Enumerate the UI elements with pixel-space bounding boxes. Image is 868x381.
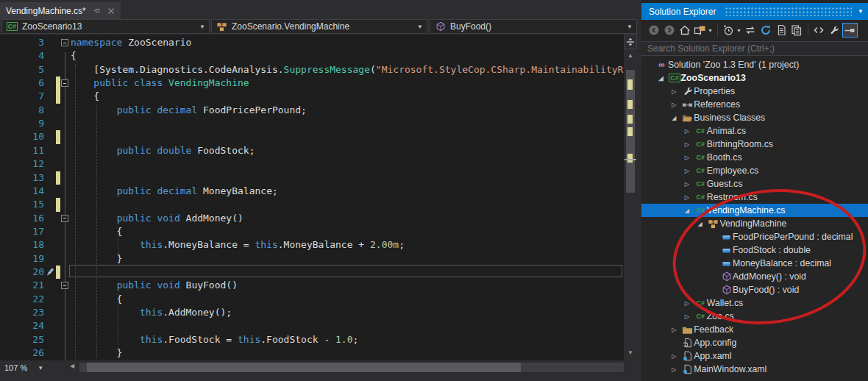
- refresh-icon[interactable]: [758, 23, 774, 38]
- expand-icon[interactable]: ▷: [672, 327, 681, 333]
- expand-icon[interactable]: ▷: [672, 366, 681, 373]
- code-line-7[interactable]: 7 {: [0, 90, 624, 103]
- copy-path-icon[interactable]: [789, 23, 805, 38]
- type-dropdown[interactable]: ZooScenario.VendingMachine ▼: [211, 19, 427, 34]
- expand-icon[interactable]: ▷: [685, 300, 694, 307]
- tree-item-wallet-cs[interactable]: ▷C#Wallet.cs: [641, 296, 868, 310]
- scroll-left-icon[interactable]: ◀: [68, 363, 77, 369]
- tree-item-restroom-cs[interactable]: ▷C#Restroom.cs: [641, 190, 868, 204]
- view-code-icon[interactable]: [811, 23, 827, 38]
- window-menu-icon[interactable]: ▼: [858, 8, 864, 15]
- code-line-25[interactable]: 25 this.FoodStock = this.FoodStock - 1.0…: [0, 333, 624, 346]
- tree-item-vendingmachine[interactable]: ◢VendingMachine: [641, 217, 868, 230]
- zoom-control[interactable]: 107 % ▼: [0, 360, 65, 375]
- split-window-grip[interactable]: [624, 35, 637, 49]
- drag-grip[interactable]: [725, 7, 852, 16]
- collapse-region-icon[interactable]: [61, 39, 68, 46]
- pending-changes-filter-icon[interactable]: [721, 23, 736, 38]
- collapse-region-icon[interactable]: [61, 215, 68, 222]
- expand-icon[interactable]: ▷: [685, 154, 694, 161]
- solution-explorer-titlebar[interactable]: Solution Explorer ▼: [641, 3, 868, 20]
- expand-icon[interactable]: ▷: [672, 88, 681, 95]
- code-line-21[interactable]: 21 public void BuyFood(): [0, 279, 624, 292]
- project-dropdown[interactable]: C# ZooScenario13 ▼: [1, 19, 210, 34]
- tree-item-solution-zoo-1-3-end-1-project[interactable]: ∞Solution 'Zoo 1.3 End' (1 project): [641, 58, 868, 71]
- member-dropdown[interactable]: BuyFood() ▼: [430, 19, 637, 34]
- code-line-9[interactable]: 9: [0, 117, 624, 130]
- tree-item-feedback[interactable]: ▷Feedback: [641, 323, 868, 336]
- navigate-back-icon[interactable]: [646, 23, 661, 38]
- expand-icon[interactable]: ▷: [685, 141, 694, 148]
- chevron-down-icon[interactable]: ▼: [736, 28, 741, 33]
- code-line-19[interactable]: 19 }: [0, 252, 624, 266]
- code-line-5[interactable]: 5 [System.Diagnostics.CodeAnalysis.Suppr…: [0, 63, 624, 76]
- collapse-icon[interactable]: ◢: [672, 115, 681, 121]
- tree-item-properties[interactable]: ▷Properties: [641, 85, 868, 98]
- expand-icon[interactable]: ▷: [685, 313, 694, 320]
- tree-item-booth-cs[interactable]: ▷C#Booth.cs: [641, 151, 868, 164]
- show-all-files-icon[interactable]: [774, 23, 789, 38]
- document-tab[interactable]: VendingMachine.cs*: [0, 2, 121, 19]
- search-input[interactable]: [641, 41, 868, 56]
- horizontal-scrollbar[interactable]: [79, 363, 624, 372]
- code-line-16[interactable]: 16 public void AddMoney(): [0, 212, 624, 225]
- tree-item-animal-cs[interactable]: ▷C#Animal.cs: [641, 124, 868, 138]
- tree-item-foodstock-double[interactable]: FoodStock : double: [641, 243, 868, 257]
- code-line-10[interactable]: 10: [0, 130, 624, 143]
- code-line-6[interactable]: 6 public class VendingMachine: [0, 76, 624, 90]
- tree-item-moneybalance-decimal[interactable]: MoneyBalance : decimal: [641, 257, 868, 270]
- code-editor[interactable]: 3namespace ZooScenario4{5 [System.Diagno…: [0, 35, 624, 360]
- tree-item-addmoney-void[interactable]: AddMoney() : void: [641, 270, 868, 283]
- home-icon[interactable]: [677, 23, 692, 38]
- code-line-11[interactable]: 11 public double FoodStock;: [0, 144, 624, 157]
- scroll-up-icon[interactable]: ▲: [624, 52, 637, 59]
- code-line-8[interactable]: 8 public decimal FoodPricePerPound;: [0, 104, 624, 117]
- code-line-17[interactable]: 17 {: [0, 225, 624, 238]
- code-line-26[interactable]: 26 }: [0, 346, 624, 360]
- tree-item-business-classes[interactable]: ◢Business Classes: [641, 111, 868, 124]
- code-line-13[interactable]: 13: [0, 171, 624, 185]
- tree-item-zoo-cs[interactable]: ▷C#Zoo.cs: [641, 310, 868, 323]
- code-line-12[interactable]: 12: [0, 157, 624, 171]
- expand-icon[interactable]: ▷: [672, 353, 681, 360]
- code-line-14[interactable]: 14 public decimal MoneyBalance;: [0, 185, 624, 198]
- collapse-region-icon[interactable]: [61, 282, 68, 289]
- code-line-23[interactable]: 23 this.AddMoney();: [0, 306, 624, 319]
- tree-item-employee-cs[interactable]: ▷C#Employee.cs: [641, 164, 868, 177]
- scroll-down-icon[interactable]: ▼: [624, 349, 637, 356]
- expand-icon[interactable]: ▷: [685, 168, 694, 174]
- pin-icon[interactable]: [93, 7, 101, 15]
- horizontal-scrollbar-thumb[interactable]: [87, 363, 521, 372]
- code-line-15[interactable]: 15: [0, 198, 624, 211]
- collapse-icon[interactable]: ◢: [659, 75, 669, 82]
- tree-item-references[interactable]: ▷References: [641, 98, 868, 111]
- properties-wrench-icon[interactable]: [827, 23, 842, 38]
- expand-icon[interactable]: ▷: [672, 102, 681, 108]
- code-line-18[interactable]: 18 this.MoneyBalance = this.MoneyBalance…: [0, 238, 624, 252]
- navigate-forward-icon[interactable]: [661, 23, 677, 38]
- code-line-3[interactable]: 3namespace ZooScenario: [0, 36, 624, 49]
- expand-icon[interactable]: ▷: [685, 128, 694, 135]
- tree-item-vendingmachine-cs[interactable]: ◢C#VendingMachine.cs: [641, 204, 868, 217]
- collapse-icon[interactable]: ◢: [685, 207, 694, 214]
- tree-item-zooscenario13[interactable]: ◢C#ZooScenario13: [641, 71, 868, 85]
- tree-item-foodpriceperpound-decimal[interactable]: FoodPricePerPound : decimal: [641, 230, 868, 243]
- tree-item-app-xaml[interactable]: ▷App.xaml: [641, 349, 868, 363]
- tree-item-buyfood-void[interactable]: BuyFood() : void: [641, 283, 868, 296]
- switch-views-icon[interactable]: [692, 23, 708, 38]
- collapse-icon[interactable]: ◢: [697, 221, 707, 227]
- editor-vertical-scrollbar[interactable]: ▲ ▼: [624, 35, 637, 360]
- chevron-down-icon[interactable]: ▼: [708, 28, 713, 33]
- sync-with-active-document-icon[interactable]: [743, 23, 758, 38]
- code-line-22[interactable]: 22 {: [0, 293, 624, 306]
- collapse-region-icon[interactable]: [61, 79, 68, 87]
- close-icon[interactable]: [107, 7, 115, 15]
- code-line-24[interactable]: 24: [0, 319, 624, 332]
- tree-item-birthingroom-cs[interactable]: ▷C#BirthingRoom.cs: [641, 138, 868, 151]
- tree-item-mainwindow-xaml[interactable]: ▷MainWindow.xaml: [641, 363, 868, 376]
- expand-icon[interactable]: ▷: [685, 181, 694, 188]
- tree-item-guest-cs[interactable]: ▷C#Guest.cs: [641, 177, 868, 190]
- preview-selected-items-icon[interactable]: [842, 23, 858, 38]
- expand-icon[interactable]: ▷: [685, 194, 694, 201]
- tree-item-app-config[interactable]: App.config: [641, 336, 868, 349]
